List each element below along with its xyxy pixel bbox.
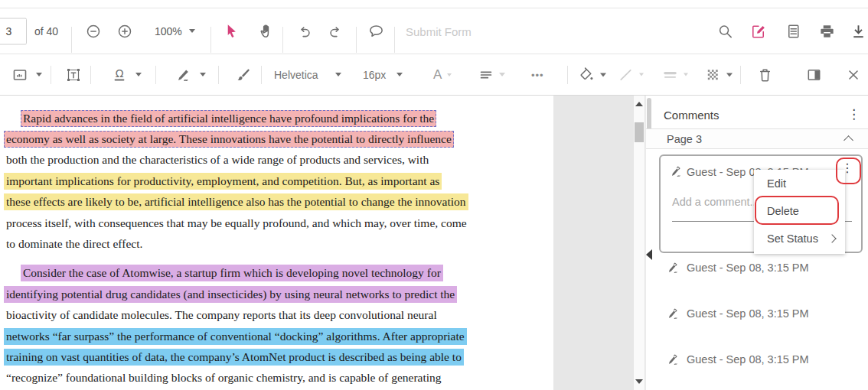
font-family-dropdown[interactable]: Helvetica — [274, 69, 341, 81]
delete-annotation-button[interactable] — [756, 66, 774, 83]
comment-kebab-icon[interactable]: ⋮ — [841, 162, 853, 174]
doc-line: economy as well as society at large. The… — [4, 128, 553, 149]
trash-icon — [756, 66, 774, 83]
zoom-in-button[interactable] — [116, 23, 133, 40]
chevron-down-icon — [335, 73, 341, 76]
divider — [155, 66, 156, 84]
divider — [51, 66, 51, 84]
comment-list-item[interactable]: Guest - Sep 08, 3:15 PM — [646, 258, 868, 277]
divider — [90, 66, 91, 84]
page-group-header[interactable]: Page 3 — [646, 128, 868, 149]
hand-icon — [258, 22, 276, 40]
more-options-button[interactable]: ••• — [531, 69, 544, 80]
chevron-down-icon — [396, 73, 403, 76]
fill-color-dropdown[interactable] — [578, 66, 606, 83]
highlight-annotation[interactable]: identifying potential drug candidates (a… — [4, 286, 457, 303]
stroke-color-dropdown[interactable] — [617, 66, 644, 83]
download-icon — [850, 22, 867, 40]
comments-panel: Comments ⋮ Page 3 Guest - Sep 08, 3:15 P… — [645, 96, 868, 390]
comment-tool-button[interactable] — [367, 22, 385, 40]
highlight-annotation[interactable]: these effects are likely to be, artifici… — [4, 193, 468, 210]
highlight-annotation[interactable]: training on vast quantities of data, the… — [4, 349, 464, 366]
svg-text:Ω: Ω — [116, 67, 124, 79]
image-icon — [11, 66, 29, 84]
doc-text: “recognize” foundational building blocks… — [4, 369, 444, 386]
annotation-circle-delete — [755, 196, 839, 225]
doc-text: both the production and the characterist… — [4, 151, 431, 168]
highlight-annotation[interactable]: networks “far surpass” the performance o… — [4, 328, 467, 345]
divider — [394, 27, 395, 53]
comment-list-item[interactable]: Guest - Sep 08, 3:15 PM — [646, 304, 868, 323]
page-total-label: of 40 — [34, 25, 58, 37]
stamp-tool-button[interactable]: Ω — [110, 66, 142, 84]
redo-button[interactable] — [327, 22, 344, 40]
thickness-icon — [661, 66, 679, 83]
notes-panel-button[interactable] — [785, 22, 802, 40]
redo-icon — [327, 22, 344, 40]
font-size-dropdown[interactable]: 16px — [363, 69, 403, 81]
doc-line: training on vast quantities of data, the… — [4, 346, 553, 367]
pen-icon — [667, 307, 680, 320]
scrollbar-thumb[interactable] — [635, 122, 644, 142]
undo-icon — [295, 22, 313, 40]
page-number-field[interactable] — [0, 18, 27, 44]
highlight-annotation[interactable]: Consider the case of Atomwise, a startup… — [21, 265, 443, 281]
download-button[interactable] — [850, 22, 867, 40]
text-color-label: A — [433, 67, 442, 83]
comment-author-timestamp: Guest - Sep 08, 3:15 PM — [687, 262, 809, 274]
doc-line: bioactivity of candidate molecules. The … — [4, 305, 553, 326]
panel-toggle-button[interactable] — [805, 66, 823, 83]
chevron-down-icon — [447, 73, 452, 76]
zoom-in-icon — [116, 23, 133, 40]
freehand-brush-button[interactable] — [234, 66, 253, 84]
menu-item-edit[interactable]: Edit — [754, 170, 845, 197]
menu-item-set-status[interactable]: Set Status — [754, 225, 845, 252]
zoom-level-dropdown[interactable]: 100% — [155, 25, 195, 37]
zoom-out-button[interactable] — [85, 23, 102, 40]
search-button[interactable] — [716, 22, 734, 40]
scroll-up-arrow[interactable] — [635, 102, 643, 106]
highlight-annotation[interactable]: economy as well as society at large. The… — [4, 131, 454, 148]
signature-pen-icon — [175, 66, 193, 84]
undo-button[interactable] — [295, 22, 313, 40]
select-tool-button[interactable] — [223, 22, 240, 40]
highlight-annotation[interactable]: important implications for productivity,… — [4, 173, 442, 190]
comments-options-kebab-icon[interactable]: ⋮ — [844, 105, 863, 124]
stamp-image-button[interactable] — [11, 66, 42, 84]
brush-icon — [234, 66, 253, 84]
signature-tool-button[interactable] — [175, 66, 206, 84]
scroll-down-arrow[interactable] — [635, 379, 643, 384]
text-color-dropdown[interactable]: A — [433, 67, 452, 83]
opacity-dropdown[interactable] — [704, 66, 733, 83]
opacity-checker-icon — [704, 66, 722, 83]
annotation-edit-button[interactable] — [749, 22, 767, 40]
pan-tool-button[interactable] — [258, 22, 276, 40]
chevron-down-icon — [135, 73, 142, 76]
pen-icon — [670, 165, 683, 178]
comment-author-timestamp: Guest - Sep 08, 3:15 PM — [687, 353, 809, 366]
doc-line: Rapid advances in the field of artificia… — [4, 108, 553, 128]
print-button[interactable] — [818, 22, 836, 40]
highlight-annotation[interactable]: Rapid advances in the field of artificia… — [21, 110, 436, 127]
doc-line: both the production and the characterist… — [4, 150, 553, 171]
search-icon — [716, 22, 734, 40]
submit-form-button[interactable]: Submit Form — [406, 24, 472, 37]
document-scrollbar[interactable] — [633, 96, 645, 390]
close-toolbar-button[interactable] — [845, 67, 862, 83]
add-comment-input[interactable]: Add a comment.. — [672, 196, 756, 208]
text-align-dropdown[interactable] — [478, 67, 505, 83]
comment-list-item[interactable]: Guest - Sep 08, 3:15 PM — [646, 350, 868, 369]
doc-line: these effects are likely to be, artifici… — [4, 192, 553, 213]
doc-line: networks “far surpass” the performance o… — [4, 326, 553, 346]
chevron-down-icon — [499, 73, 505, 76]
divider — [282, 27, 283, 53]
page-number-input[interactable] — [0, 18, 27, 44]
format-toolbar: Ω Helvetica 16px A ••• — [0, 54, 868, 96]
free-text-button[interactable] — [64, 66, 83, 84]
line-thickness-dropdown[interactable] — [661, 66, 688, 83]
chevron-down-icon — [36, 73, 42, 76]
doc-line: process itself, with consequences that m… — [4, 213, 553, 233]
stamp-icon: Ω — [110, 66, 129, 84]
chevron-up-icon — [844, 135, 853, 145]
chevron-right-icon — [827, 234, 836, 242]
